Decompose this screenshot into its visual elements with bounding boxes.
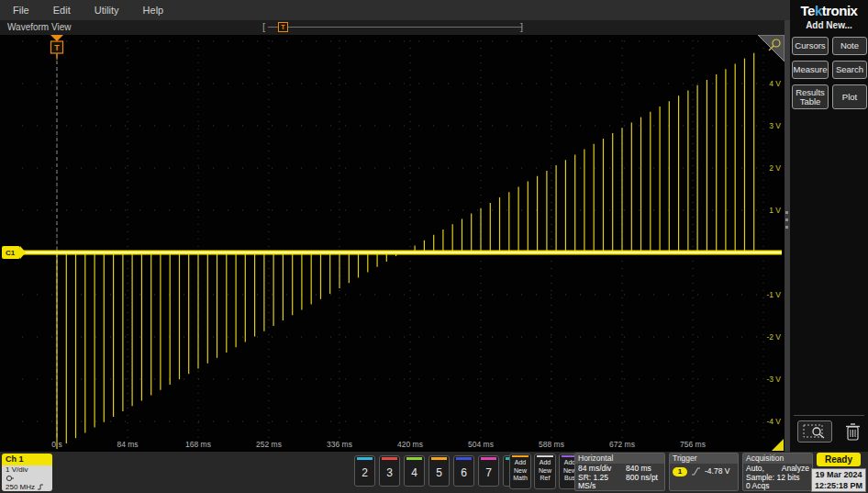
tektronix-logo: Tektronix <box>790 3 868 18</box>
channel-7-button[interactable]: 7 <box>478 455 499 487</box>
svg-text:756 ms: 756 ms <box>680 440 706 449</box>
channel-5-button[interactable]: 5 <box>428 455 450 487</box>
right-panel-divider <box>794 415 864 416</box>
svg-text:672 ms: 672 ms <box>609 440 635 449</box>
horizontal-position: 6.1% <box>633 490 651 492</box>
horizontal-panel[interactable]: Horizontal 84 ms/div 840 ms SR: 1.25 MS/… <box>574 453 665 491</box>
menu-help[interactable]: Help <box>143 5 164 16</box>
probe-icon <box>6 475 14 482</box>
channel-buttons: 2345678 <box>354 455 524 487</box>
svg-text:-3 V: -3 V <box>766 375 781 384</box>
acquisition-acqs: 0 Acqs <box>746 482 809 491</box>
menu-bar: File Edit Utility Help <box>0 0 790 20</box>
channel-1-badge[interactable]: Ch 1 1 V/div 250 MHz <box>2 454 52 491</box>
trigger-title: Trigger <box>670 454 738 464</box>
record-view-left-bracket[interactable]: [ <box>262 21 265 33</box>
oscilloscope-app: File Edit Utility Help Waveform View [ ]… <box>0 0 868 493</box>
bottom-bar: Ch 1 1 V/div 250 MHz 2345678 AddNewMathA… <box>0 452 868 493</box>
cursors-button[interactable]: Cursors <box>792 37 829 55</box>
menu-file[interactable]: File <box>13 5 29 16</box>
record-view-right-bracket[interactable]: ] <box>520 21 523 33</box>
waveform-view-titlebar[interactable]: Waveform View <box>0 20 790 35</box>
svg-text:84 ms: 84 ms <box>117 440 138 449</box>
channel-4-button[interactable]: 4 <box>404 455 425 487</box>
bandwidth-icon <box>37 484 44 490</box>
record-view-trigger-marker[interactable]: T <box>278 22 288 32</box>
add-new-buttons: AddNewMathAddNewRefAddNewBus <box>509 454 581 489</box>
add-new-math-button[interactable]: AddNewMath <box>509 454 531 489</box>
right-panel: Tektronix Add New... Cursors Note Measur… <box>790 0 868 452</box>
channel-6-button[interactable]: 6 <box>453 455 474 487</box>
channel-3-button[interactable]: 3 <box>379 455 400 487</box>
svg-text:336 ms: 336 ms <box>327 440 352 449</box>
acquisition-title: Acquisition <box>743 454 812 464</box>
rising-edge-icon <box>691 466 701 476</box>
svg-text:0 s: 0 s <box>51 440 61 449</box>
svg-text:3 V: 3 V <box>769 121 781 130</box>
svg-text:T: T <box>54 43 60 52</box>
acquisition-panel[interactable]: Acquisition Auto, Analyze Sample: 12 bit… <box>742 453 813 491</box>
horizontal-resolution: 800 ns/pt <box>626 474 662 491</box>
splitter-grip-icon <box>785 211 789 229</box>
horizontal-title: Horizontal <box>575 454 664 464</box>
svg-text:-2 V: -2 V <box>766 332 781 342</box>
datetime-box: 19 Mar 2024 12:25:18 PM <box>811 468 866 492</box>
trigger-level: -4.78 V <box>705 467 729 476</box>
trash-icon[interactable] <box>845 422 861 441</box>
svg-text:168 ms: 168 ms <box>185 440 211 449</box>
ready-status-badge: Ready <box>817 453 861 466</box>
zoom-box-magnifier-icon <box>802 423 828 440</box>
plot-button[interactable]: Plot <box>832 84 867 109</box>
svg-text:2 V: 2 V <box>769 163 781 173</box>
horizontal-sample-rate: SR: 1.25 MS/s <box>578 474 626 491</box>
svg-text:252 ms: 252 ms <box>256 440 282 449</box>
svg-text:588 ms: 588 ms <box>539 440 564 449</box>
channel-1-bandwidth: 250 MHz <box>6 483 35 491</box>
zoom-mode-button[interactable] <box>797 420 832 443</box>
svg-text:C1: C1 <box>6 249 16 257</box>
waveform-view-title: Waveform View <box>7 22 71 32</box>
note-button[interactable]: Note <box>832 37 867 55</box>
date-label: 19 Mar 2024 <box>812 469 865 480</box>
measure-button[interactable]: Measure <box>792 61 829 79</box>
time-label: 12:25:18 PM <box>812 480 865 491</box>
svg-text:420 ms: 420 ms <box>397 440 423 449</box>
svg-text:4 V: 4 V <box>769 79 781 88</box>
channel-2-button[interactable]: 2 <box>354 455 375 487</box>
horizontal-record-length: RL: 1.05 Mpts <box>578 491 626 492</box>
search-button[interactable]: Search <box>832 61 867 79</box>
menu-utility[interactable]: Utility <box>95 5 119 16</box>
waveform-plot[interactable]: 4 V3 V2 V1 V-1 V-2 V-3 V-4 V0 s84 ms168 … <box>0 35 785 452</box>
svg-text:-1 V: -1 V <box>766 290 781 299</box>
results-table-button[interactable]: Results Table <box>792 84 829 109</box>
add-new-ref-button[interactable]: AddNewRef <box>534 454 556 489</box>
channel-1-label: Ch 1 <box>2 454 52 465</box>
trigger-panel[interactable]: Trigger 1 -4.78 V <box>669 453 739 491</box>
svg-text:-4 V: -4 V <box>766 417 781 426</box>
record-view-bar[interactable] <box>268 27 522 28</box>
add-new-label: Add New... <box>790 20 868 30</box>
channel-1-scale: 1 V/div <box>6 465 49 475</box>
svg-text:504 ms: 504 ms <box>468 440 494 449</box>
svg-text:1 V: 1 V <box>769 206 781 215</box>
menu-edit[interactable]: Edit <box>53 5 71 16</box>
trigger-source-badge: 1 <box>673 467 687 476</box>
